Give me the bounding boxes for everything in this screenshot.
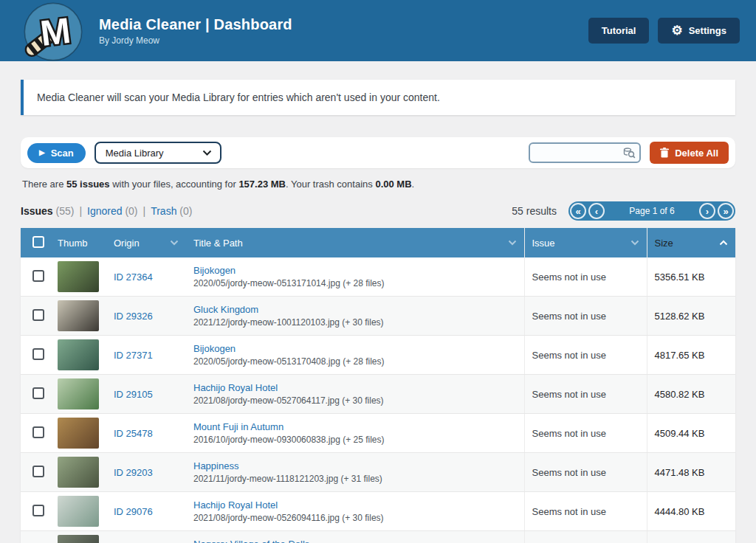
table-row: ID 29203 Happiness 2021/11/jordy-meow-11… (21, 453, 735, 492)
issue-cell: Seems not in use (524, 492, 647, 531)
play-icon: ▶ (39, 149, 45, 156)
file-path: 2021/11/jordy-meow-1118121203.jpg (+ 31 … (193, 474, 517, 484)
row-checkbox[interactable] (32, 309, 44, 321)
size-cell: 4471.48 KB (647, 453, 735, 492)
header-titles: Media Cleaner | Dashboard By Jordy Meow (99, 16, 292, 46)
app-logo: M (22, 1, 84, 63)
title-link[interactable]: Bijokogen (193, 343, 236, 354)
last-page-button[interactable]: » (718, 203, 734, 219)
title-link[interactable]: Nagoro: Village of the Dolls (193, 539, 309, 543)
tab-separator: | (79, 205, 82, 217)
tabs: Issues (55) | Ignored (0) | Trash (0) (21, 205, 192, 217)
origin-link[interactable]: ID 27364 (114, 272, 153, 283)
row-checkbox[interactable] (32, 270, 44, 282)
table-body: ID 27364 Bijokogen 2020/05/jordy-meow-05… (21, 257, 735, 543)
title-link[interactable]: Bijokogen (193, 265, 236, 276)
source-select[interactable]: Media Library (94, 142, 221, 164)
table-row: ID 27364 Bijokogen 2020/05/jordy-meow-05… (21, 257, 735, 297)
title-link[interactable]: Gluck Kingdom (193, 304, 258, 315)
origin-link[interactable]: ID 25478 (114, 428, 153, 439)
file-path: 2016/10/jordy-meow-0930060838.jpg (+ 25 … (193, 435, 517, 445)
main-content: Media Cleaner will scan your Media Libra… (0, 61, 756, 543)
size-cell: 4444.80 KB (647, 492, 735, 531)
thumbnail-image[interactable] (58, 457, 99, 488)
next-page-button[interactable]: › (699, 203, 715, 219)
toolbar: ▶ Scan Media Library Delet (21, 137, 735, 168)
tab-trash[interactable]: Trash (0) (151, 205, 192, 217)
size-cell: 4580.82 KB (647, 375, 735, 414)
issue-cell: Seems not in use (524, 336, 647, 375)
gear-icon: ⚙ (671, 24, 682, 37)
title-link[interactable]: Hachijo Royal Hotel (193, 499, 278, 511)
title-link[interactable]: Hachijo Royal Hotel (193, 382, 278, 393)
thumbnail-image[interactable] (58, 418, 99, 449)
column-issue[interactable]: Issue (524, 228, 647, 257)
issue-cell: Seems not in use (524, 257, 647, 297)
first-page-button[interactable]: « (570, 203, 586, 219)
table-row: ID 29076 Hachijo Royal Hotel 2021/08/jor… (21, 492, 735, 531)
header-actions: Tutorial ⚙ Settings (588, 18, 740, 44)
title-link[interactable]: Mount Fuji in Autumn (193, 421, 284, 432)
column-title-path[interactable]: Title & Path (186, 228, 524, 257)
size-cell: 4509.44 KB (647, 414, 735, 453)
thumbnail-image[interactable] (58, 378, 99, 409)
issue-cell: Seems not in use (524, 414, 647, 453)
column-origin[interactable]: Origin (106, 228, 186, 257)
delete-all-label: Delete All (675, 148, 718, 159)
notice-text: Media Cleaner will scan your Media Libra… (37, 91, 440, 103)
row-checkbox[interactable] (32, 426, 44, 438)
column-thumb[interactable]: Thumb (50, 228, 106, 257)
tab-issues[interactable]: Issues (55) (21, 205, 74, 217)
thumbnail-image[interactable] (58, 535, 99, 543)
svg-text:M: M (38, 10, 73, 53)
file-path: 2020/05/jordy-meow-0513171014.jpg (+ 28 … (193, 278, 517, 288)
tab-ignored[interactable]: Ignored (0) (87, 205, 138, 217)
search-icon (622, 146, 636, 159)
select-all-checkbox[interactable] (32, 236, 44, 248)
origin-link[interactable]: ID 29076 (114, 506, 153, 517)
trash-size: 0.00 MB (375, 179, 411, 190)
thumbnail-image[interactable] (58, 496, 99, 527)
size-cell: 5128.62 KB (647, 297, 735, 336)
scan-button[interactable]: ▶ Scan (27, 143, 86, 163)
row-checkbox[interactable] (32, 505, 44, 516)
title-link[interactable]: Happiness (193, 460, 238, 471)
file-path: 2021/08/jordy-meow-0527064117.jpg (+ 30 … (193, 395, 517, 406)
thumbnail-image[interactable] (58, 261, 99, 292)
search-box[interactable] (529, 142, 641, 163)
status-text: There are 55 issues with your files, acc… (22, 179, 735, 190)
prev-page-button[interactable]: ‹ (588, 203, 605, 219)
thumbnail-image[interactable] (58, 300, 99, 331)
results-pagination: 55 results « ‹ Page 1 of 6 › » (512, 201, 735, 221)
table-row: ID 29326 Gluck Kingdom 2021/12/jordy-meo… (21, 297, 735, 336)
file-path: 2021/12/jordy-meow-1001120103.jpg (+ 30 … (193, 317, 517, 328)
media-cleaner-logo-icon: M (22, 1, 84, 63)
scan-button-label: Scan (51, 148, 74, 159)
trash-icon (660, 148, 669, 158)
source-select-value: Media Library (106, 148, 164, 159)
thumbnail-image[interactable] (58, 339, 99, 370)
delete-all-button[interactable]: Delete All (650, 142, 729, 164)
page-title: Media Cleaner | Dashboard (99, 16, 292, 33)
search-input[interactable] (536, 147, 622, 159)
select-all-header (21, 228, 50, 257)
issue-cell: Seems not in use (524, 453, 647, 492)
origin-link[interactable]: ID 27371 (114, 350, 153, 361)
size-cell: 4817.65 KB (647, 336, 735, 375)
row-checkbox[interactable] (32, 387, 44, 399)
notice-banner: Media Cleaner will scan your Media Libra… (21, 80, 735, 115)
row-checkbox[interactable] (32, 466, 44, 477)
settings-button[interactable]: ⚙ Settings (658, 18, 740, 44)
origin-link[interactable]: ID 29105 (114, 389, 153, 400)
origin-link[interactable]: ID 29203 (114, 467, 153, 478)
tab-separator: | (143, 205, 146, 217)
column-size[interactable]: Size (647, 228, 735, 257)
file-path: 2020/05/jordy-meow-0513170408.jpg (+ 28 … (193, 356, 517, 367)
origin-link[interactable]: ID 29326 (114, 311, 153, 322)
file-path: 2021/08/jordy-meow-0526094116.jpg (+ 30 … (193, 513, 517, 523)
tutorial-button[interactable]: Tutorial (588, 18, 650, 44)
results-count: 55 results (512, 205, 557, 217)
row-checkbox[interactable] (32, 348, 44, 360)
sort-down-icon (508, 240, 517, 246)
issue-cell: Seems not in use (524, 375, 647, 414)
